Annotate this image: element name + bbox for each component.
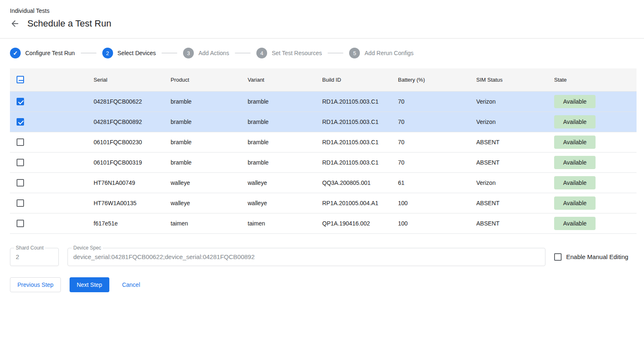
step-circle-completed: ✓ xyxy=(10,48,21,58)
state-badge: Available xyxy=(554,95,596,108)
table-row[interactable]: HT76W1A00135 walleye walleye RP1A.201005… xyxy=(10,193,637,213)
device-product: bramble xyxy=(164,132,241,152)
device-spec-form: Shard Count 2 Device Spec device_serial:… xyxy=(10,248,634,266)
device-product: bramble xyxy=(164,111,241,132)
breadcrumb: Individual Tests xyxy=(10,7,634,15)
shard-count-field[interactable]: Shard Count 2 xyxy=(10,248,59,266)
row-checkbox[interactable] xyxy=(17,118,24,126)
device-build-id: RD1A.201105.003.C1 xyxy=(316,132,391,152)
state-badge: Available xyxy=(554,115,596,128)
page-header: Individual Tests Schedule a Test Run xyxy=(0,0,644,39)
device-product: taimen xyxy=(164,213,241,233)
stepper: ✓ Configure Test Run 2 Select Devices 3 … xyxy=(0,39,644,67)
step-label: Select Devices xyxy=(118,50,156,56)
table-row[interactable]: 04281FQCB00622 bramble bramble RD1A.2011… xyxy=(10,91,637,111)
state-badge: Available xyxy=(554,136,596,149)
cancel-button[interactable]: Cancel xyxy=(118,277,145,292)
device-variant: bramble xyxy=(241,152,316,172)
select-all-checkbox[interactable] xyxy=(17,76,24,83)
state-badge: Available xyxy=(554,196,596,210)
step-circle-pending: 5 xyxy=(349,48,360,58)
device-sim-status: ABSENT xyxy=(470,213,548,233)
device-spec-field[interactable]: Device Spec device_serial:04281FQCB00622… xyxy=(68,248,545,266)
step-label: Set Test Resources xyxy=(272,50,322,56)
device-sim-status: Verizon xyxy=(470,91,548,111)
table-row[interactable]: 06101FQCB00319 bramble bramble RD1A.2011… xyxy=(10,152,637,172)
device-variant: bramble xyxy=(241,91,316,111)
step-connector xyxy=(162,53,177,53)
step-add-rerun-configs[interactable]: 5 Add Rerun Configs xyxy=(349,48,413,58)
device-serial: f617e51e xyxy=(87,213,164,233)
row-checkbox[interactable] xyxy=(17,138,24,146)
column-header-sim-status: SIM Status xyxy=(470,68,548,91)
step-circle-active: 2 xyxy=(102,48,113,58)
step-configure-test-run[interactable]: ✓ Configure Test Run xyxy=(10,48,75,58)
step-circle-pending: 3 xyxy=(183,48,194,58)
state-badge: Available xyxy=(554,217,596,230)
device-sim-status: ABSENT xyxy=(470,152,548,172)
device-battery: 70 xyxy=(391,152,470,172)
manual-editing-label: Enable Manual Editing xyxy=(566,253,628,260)
device-build-id: RD1A.201105.003.C1 xyxy=(316,111,391,132)
step-add-actions[interactable]: 3 Add Actions xyxy=(183,48,229,58)
device-product: walleye xyxy=(164,172,241,193)
step-select-devices[interactable]: 2 Select Devices xyxy=(102,48,156,58)
device-variant: bramble xyxy=(241,132,316,152)
device-battery: 100 xyxy=(391,193,470,213)
device-table: Serial Product Variant Build ID Battery … xyxy=(10,68,637,234)
check-icon: ✓ xyxy=(13,50,18,56)
column-header-variant: Variant xyxy=(241,68,316,91)
step-circle-pending: 4 xyxy=(256,48,267,58)
device-variant: walleye xyxy=(241,193,316,213)
device-serial: 04281FQCB00892 xyxy=(87,111,164,132)
column-header-build-id: Build ID xyxy=(316,68,391,91)
device-sim-status: Verizon xyxy=(470,172,548,193)
column-header-product: Product xyxy=(164,68,241,91)
device-build-id: QP1A.190416.002 xyxy=(316,213,391,233)
device-serial: HT76N1A00749 xyxy=(87,172,164,193)
column-header-state: State xyxy=(548,68,637,91)
device-sim-status: ABSENT xyxy=(470,193,548,213)
device-spec-label: Device Spec xyxy=(72,245,103,251)
device-variant: walleye xyxy=(241,172,316,193)
table-row[interactable]: 06101FQCB00230 bramble bramble RD1A.2011… xyxy=(10,132,637,152)
previous-step-button[interactable]: Previous Step xyxy=(10,277,61,292)
device-serial: 04281FQCB00622 xyxy=(87,91,164,111)
device-battery: 100 xyxy=(391,213,470,233)
next-step-button[interactable]: Next Step xyxy=(70,277,109,292)
state-badge: Available xyxy=(554,156,596,169)
table-row[interactable]: HT76N1A00749 walleye walleye QQ3A.200805… xyxy=(10,172,637,193)
row-checkbox[interactable] xyxy=(17,159,24,166)
device-battery: 70 xyxy=(391,91,470,111)
step-label: Add Rerun Configs xyxy=(364,50,413,56)
device-product: bramble xyxy=(164,91,241,111)
device-table-container: Serial Product Variant Build ID Battery … xyxy=(10,68,637,234)
step-connector xyxy=(81,53,96,53)
device-serial: 06101FQCB00319 xyxy=(87,152,164,172)
back-arrow-icon[interactable] xyxy=(10,19,20,29)
step-set-test-resources[interactable]: 4 Set Test Resources xyxy=(256,48,322,58)
device-table-body: 04281FQCB00622 bramble bramble RD1A.2011… xyxy=(10,91,637,233)
device-build-id: RD1A.201105.003.C1 xyxy=(316,91,391,111)
step-label: Add Actions xyxy=(198,50,229,56)
device-sim-status: ABSENT xyxy=(470,132,548,152)
row-checkbox[interactable] xyxy=(17,220,24,227)
device-spec-value: device_serial:04281FQCB00622;device_seri… xyxy=(73,253,255,260)
device-battery: 70 xyxy=(391,132,470,152)
table-row[interactable]: 04281FQCB00892 bramble bramble RD1A.2011… xyxy=(10,111,637,132)
manual-editing-checkbox[interactable] xyxy=(554,253,562,261)
table-row[interactable]: f617e51e taimen taimen QP1A.190416.002 1… xyxy=(10,213,637,233)
shard-count-label: Shard Count xyxy=(14,245,45,251)
action-bar: Previous Step Next Step Cancel xyxy=(10,277,634,292)
device-battery: 70 xyxy=(391,111,470,132)
row-checkbox[interactable] xyxy=(17,179,24,187)
row-checkbox[interactable] xyxy=(17,98,24,105)
row-checkbox[interactable] xyxy=(17,199,24,207)
step-connector xyxy=(328,53,343,53)
state-badge: Available xyxy=(554,176,596,189)
enable-manual-editing-toggle[interactable]: Enable Manual Editing xyxy=(554,253,628,261)
device-build-id: RD1A.201105.003.C1 xyxy=(316,152,391,172)
device-product: walleye xyxy=(164,193,241,213)
step-connector xyxy=(235,53,251,53)
device-variant: bramble xyxy=(241,111,316,132)
